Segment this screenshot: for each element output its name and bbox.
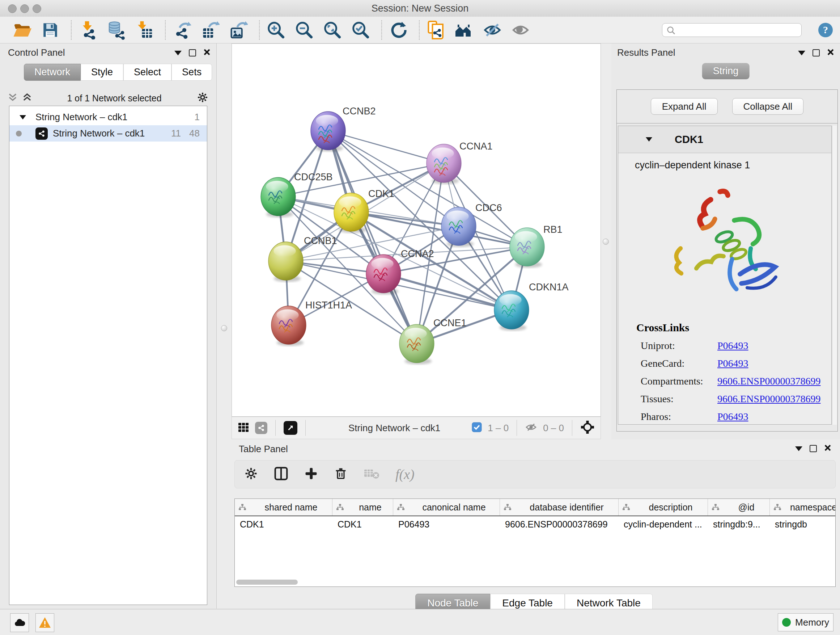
import-network-database-icon[interactable] [106,20,126,40]
column-header-name[interactable]: name [332,499,393,516]
column-header-database-identifier[interactable]: database identifier [500,499,619,516]
open-session-icon[interactable] [12,20,32,40]
tab-string[interactable]: String [702,63,750,79]
panel-float-icon[interactable] [813,49,820,57]
network-node-RB1[interactable] [510,228,545,268]
table-cell[interactable]: 9606.ENSP00000378699 [500,516,619,533]
table-cell[interactable]: CDK1 [235,516,332,533]
protein-description: cyclin–dependent kinase 1 [635,160,831,171]
table-cell[interactable]: stringdb:9... [708,516,770,533]
panel-close-icon[interactable] [824,444,831,453]
cloud-status-button[interactable] [10,613,29,632]
export-table-icon[interactable] [201,20,220,40]
collection-expand-icon[interactable] [19,115,26,119]
collapse-all-networks-icon[interactable] [8,93,17,103]
cloud-icon [13,616,26,629]
crosslink-link[interactable]: 9606.ENSP00000378699 [717,375,821,387]
export-image-icon[interactable] [229,20,248,40]
crosslink-link[interactable]: 9606.ENSP00000378699 [717,393,821,405]
column-header-description[interactable]: description [619,499,708,516]
network-node-CCNB1[interactable] [268,242,303,282]
section-collapse-icon[interactable] [646,137,652,141]
network-view-icon[interactable] [255,422,267,434]
delete-table-icon [363,467,379,481]
show-all-icon[interactable] [511,20,531,40]
network-node-CDK1[interactable] [334,193,369,233]
results-scrollbar[interactable] [832,126,837,424]
panel-close-icon[interactable] [203,49,210,57]
network-node-CDC6[interactable] [441,207,476,247]
network-node-HIST1H1A[interactable] [271,306,306,346]
table-options-gear-icon[interactable] [244,467,258,482]
protein-section-header[interactable]: CDK1 [618,126,831,153]
warnings-button[interactable] [35,613,54,632]
column-header-canonical-name[interactable]: canonical name [393,499,500,516]
crosslink-link[interactable]: P06493 [717,411,748,423]
panel-float-icon[interactable] [810,445,817,452]
add-column-icon[interactable] [304,467,318,482]
column-header-namespace[interactable]: namespace [770,499,836,516]
zoom-selected-icon[interactable] [351,20,370,40]
grid-view-icon[interactable] [238,421,249,434]
network-node-CCNA1[interactable] [426,144,461,184]
network-options-gear-icon[interactable] [197,92,208,105]
save-session-icon[interactable] [41,20,60,40]
selected-checkbox-icon[interactable] [472,422,482,434]
network-node-CCNA2[interactable] [366,255,401,295]
network-canvas[interactable]: CCNB2CCNA1CDC25BCDK1CDC6RB1CCNB1CCNA2CDK… [232,43,601,417]
birds-eye-toggle-icon[interactable] [580,420,595,436]
string-home-icon[interactable] [454,20,474,40]
memory-button[interactable]: Memory [778,613,834,631]
panel-float-icon[interactable] [189,49,196,57]
table-cell[interactable]: CDK1 [332,516,393,533]
apply-layout-icon[interactable] [388,20,408,40]
zoom-out-icon[interactable] [294,20,314,40]
toolbar-separator [381,20,382,40]
panel-menu-icon[interactable] [174,51,182,55]
detach-view-icon[interactable] [284,421,297,435]
import-table-icon[interactable] [134,20,154,40]
network-node-CDKN1A[interactable] [494,291,529,331]
tab-sets[interactable]: Sets [172,64,212,81]
expand-all-button[interactable]: Expand All [651,98,718,115]
panel-menu-icon[interactable] [798,51,805,55]
zoom-fit-icon[interactable] [323,20,342,40]
search-input[interactable] [662,23,802,37]
network-row-selected[interactable]: String Network – cdk1 11 48 [9,125,207,141]
tab-network[interactable]: Network [24,64,81,81]
panel-close-icon[interactable] [827,49,834,57]
collapse-all-button[interactable]: Collapse All [732,98,804,115]
export-network-icon[interactable] [172,20,192,40]
network-edge[interactable] [351,212,527,247]
table-cell[interactable]: stringdb [770,516,836,533]
network-node-CCNE1[interactable] [399,325,434,364]
tab-style[interactable]: Style [81,64,123,81]
right-splitter-handle[interactable] [603,239,609,245]
table-cell[interactable]: P06493 [393,516,500,533]
table-row[interactable]: CDK1CDK1P064939606.ENSP00000378699cyclin… [235,516,835,533]
zoom-in-icon[interactable] [266,20,286,40]
network-node-label-CCNE1: CCNE1 [433,318,467,328]
column-header-@id[interactable]: @id [708,499,770,516]
network-collection-row[interactable]: String Network – cdk1 1 [9,109,207,125]
tab-select[interactable]: Select [123,64,172,81]
table-cell[interactable]: cyclin-dependent ... [619,516,708,533]
delete-column-icon[interactable] [334,467,347,482]
string-import-icon[interactable] [426,20,446,40]
hide-selected-icon[interactable] [483,20,502,40]
crosslink-link[interactable]: P06493 [717,358,748,369]
import-network-file-icon[interactable] [78,20,98,40]
expand-all-networks-icon[interactable] [22,93,32,103]
panel-menu-icon[interactable] [795,447,802,451]
hidden-eye-icon[interactable] [525,421,537,435]
control-panel-tabs: NetworkStyleSelectSets [24,64,212,81]
show-columns-icon[interactable] [274,466,288,482]
help-icon[interactable]: ? [818,22,834,38]
left-splitter-handle[interactable] [221,325,227,331]
table-hscrollbar-thumb[interactable] [236,580,298,585]
results-panel: Results Panel String Expand All Collapse… [611,43,840,439]
column-header-shared-name[interactable]: shared name [235,499,332,516]
network-node-label-HIST1H1A: HIST1H1A [305,300,352,310]
network-node-CDC25B[interactable] [261,177,295,218]
crosslink-link[interactable]: P06493 [717,340,748,352]
